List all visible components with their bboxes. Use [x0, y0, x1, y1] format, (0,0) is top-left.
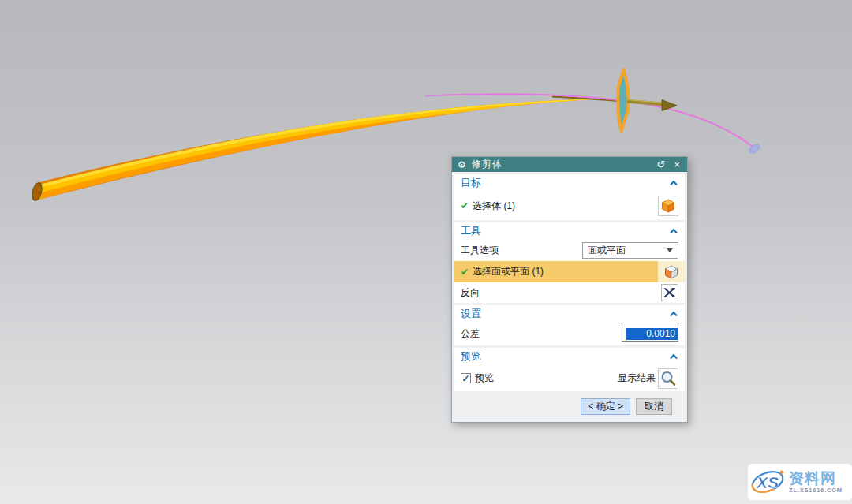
select-face-label: 选择面或平面 (1)	[473, 265, 544, 278]
preview-row: ✓ 预览 显示结果	[454, 365, 685, 391]
select-face-highlight[interactable]: ✔ 选择面或平面 (1)	[454, 261, 658, 282]
section-tool-title: 工具	[461, 224, 481, 238]
tool-option-row: 工具选项 面或平面	[454, 240, 685, 261]
tolerance-row: 公差 0.0010	[454, 323, 685, 345]
dialog-body: 目标 ✔ 选择体 (1)	[452, 172, 687, 391]
section-preview-title: 预览	[461, 349, 481, 364]
dialog-footer: < 确定 > 取消	[452, 391, 687, 422]
section-preview: 预览 ✓ 预览 显示结果	[454, 348, 685, 391]
chevron-up-icon[interactable]	[669, 228, 678, 234]
tolerance-value: 0.0010	[626, 328, 678, 340]
tool-option-dropdown[interactable]: 面或平面	[582, 242, 678, 259]
section-target: 目标 ✔ 选择体 (1)	[454, 174, 685, 220]
check-icon: ✔	[461, 200, 469, 211]
section-preview-header: 预览	[454, 348, 685, 365]
reset-icon[interactable]: ↺	[656, 159, 667, 170]
section-target-header: 目标	[454, 174, 685, 192]
close-icon[interactable]: ×	[672, 159, 682, 170]
select-body-label: 选择体 (1)	[473, 200, 515, 213]
viewport: ⚙ 修剪体 ↺ × 目标 ✔ 选择体 (1)	[0, 0, 852, 504]
select-face-button[interactable]	[658, 261, 685, 282]
chevron-down-icon	[667, 248, 673, 252]
cancel-button[interactable]: 取消	[636, 398, 672, 415]
select-body-row[interactable]: ✔ 选择体 (1)	[454, 192, 685, 220]
watermark-badge: XS 资料网 ZL.XS1616.COM	[748, 464, 852, 500]
face-cube-icon	[663, 264, 679, 280]
gear-icon[interactable]: ⚙	[458, 160, 466, 170]
trim-body-dialog: ⚙ 修剪体 ↺ × 目标 ✔ 选择体 (1)	[451, 156, 688, 423]
xs-logo-icon: XS	[749, 465, 787, 498]
select-face-row[interactable]: ✔ 选择面或平面 (1)	[454, 261, 685, 282]
dialog-titlebar[interactable]: ⚙ 修剪体 ↺ ×	[452, 157, 687, 172]
section-tool: 工具 工具选项 面或平面 ✔ 选择面或平面 (1)	[454, 222, 685, 303]
show-result-button[interactable]	[658, 368, 678, 389]
chevron-up-icon[interactable]	[669, 180, 678, 186]
section-target-title: 目标	[461, 176, 481, 190]
tolerance-label: 公差	[461, 327, 480, 341]
preview-checkbox-label: 预览	[475, 371, 494, 385]
xs-logo-text: XS	[756, 473, 779, 491]
section-tool-header: 工具	[454, 222, 685, 240]
section-settings-title: 设置	[461, 307, 481, 321]
guide-curve[interactable]	[426, 94, 754, 147]
select-body-button[interactable]	[658, 196, 678, 216]
watermark-site-name: 资料网	[789, 471, 836, 486]
section-settings-header: 设置	[454, 305, 685, 323]
ok-button[interactable]: < 确定 >	[581, 398, 630, 415]
magnifier-icon	[660, 370, 677, 387]
section-settings: 设置 公差 0.0010	[454, 305, 685, 345]
solid-body-cube-icon	[660, 198, 676, 214]
reverse-direction-row: 反向	[454, 282, 685, 303]
preview-checkbox[interactable]: ✓	[461, 373, 471, 383]
reverse-direction-button[interactable]	[661, 284, 678, 301]
reverse-direction-icon	[663, 287, 676, 298]
chevron-up-icon[interactable]	[669, 353, 678, 360]
dialog-title: 修剪体	[472, 158, 650, 171]
show-result-label: 显示结果	[618, 371, 656, 385]
3d-scene	[0, 0, 852, 504]
chevron-up-icon[interactable]	[669, 311, 678, 317]
reverse-direction-label: 反向	[461, 286, 480, 300]
watermark-site-url: ZL.XS1616.COM	[789, 487, 843, 494]
trim-plane-face[interactable]	[618, 70, 629, 132]
check-icon: ✔	[461, 267, 469, 278]
tool-option-label: 工具选项	[461, 244, 499, 257]
tool-option-value: 面或平面	[588, 244, 626, 257]
tolerance-input[interactable]: 0.0010	[622, 327, 678, 342]
